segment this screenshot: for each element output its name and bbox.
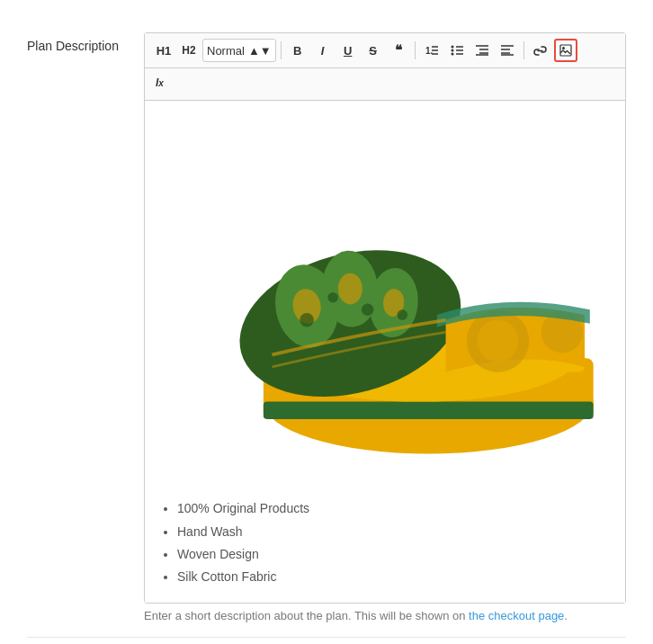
svg-point-6 (451, 53, 453, 56)
unordered-list-button[interactable] (445, 39, 469, 62)
svg-point-20 (562, 47, 565, 49)
toolbar-divider-1 (281, 41, 282, 59)
image-button[interactable] (554, 39, 577, 62)
list-item: Woven Design (177, 543, 611, 566)
svg-point-33 (300, 313, 313, 326)
svg-point-34 (327, 292, 338, 303)
editor-body[interactable]: 100% Original Products Hand Wash Woven D… (145, 101, 625, 603)
indent-right-button[interactable] (496, 39, 519, 62)
list-item: Silk Cotton Fabric (177, 566, 611, 588)
svg-rect-23 (264, 402, 594, 419)
svg-point-4 (451, 46, 453, 49)
svg-point-5 (451, 49, 453, 52)
description-help-text: Enter a short description about the plan… (144, 609, 626, 622)
toolbar-divider-2 (415, 41, 416, 59)
help-text-highlight: the checkout page (469, 609, 564, 622)
svg-rect-19 (560, 45, 571, 56)
link-button[interactable] (529, 39, 552, 62)
underline-button[interactable]: U (336, 39, 360, 62)
plan-description-content: H1 H2 Normal ▲▼ B I U S ❝ 1. (144, 32, 626, 622)
editor-toolbar: H1 H2 Normal ▲▼ B I U S ❝ 1. (145, 33, 625, 68)
svg-point-36 (398, 309, 408, 320)
bold-button[interactable]: B (286, 39, 309, 62)
rich-text-editor: H1 H2 Normal ▲▼ B I U S ❝ 1. (144, 32, 626, 604)
editor-toolbar-row2: Ix (145, 68, 625, 101)
quote-button[interactable]: ❝ (387, 39, 410, 62)
svg-point-31 (338, 273, 362, 305)
editor-image-container (159, 115, 611, 479)
toolbar-divider-3 (523, 41, 524, 59)
ordered-list-button[interactable]: 1. (420, 39, 443, 62)
svg-point-38 (477, 320, 518, 362)
fabric-image (159, 115, 611, 479)
format-value: Normal (207, 44, 245, 58)
list-item: 100% Original Products (177, 497, 611, 520)
plan-description-label: Plan Description (27, 32, 144, 56)
strikethrough-button[interactable]: S (362, 39, 385, 62)
plan-metadata-row: Plan MetaData (27, 638, 626, 644)
svg-point-35 (362, 303, 374, 316)
format-select[interactable]: Normal ▲▼ (202, 39, 276, 62)
indent-left-button[interactable] (470, 39, 494, 62)
h2-button[interactable]: H2 (177, 39, 201, 62)
italic-button[interactable]: I (311, 39, 335, 62)
clear-format-button[interactable]: Ix (152, 71, 167, 94)
plan-description-row: Plan Description H1 H2 Normal ▲▼ B I U S… (27, 18, 626, 638)
editor-list: 100% Original Products Hand Wash Woven D… (159, 497, 611, 588)
h1-button[interactable]: H1 (152, 39, 175, 62)
format-arrow-icon: ▲▼ (248, 44, 272, 58)
list-item: Hand Wash (177, 521, 611, 543)
